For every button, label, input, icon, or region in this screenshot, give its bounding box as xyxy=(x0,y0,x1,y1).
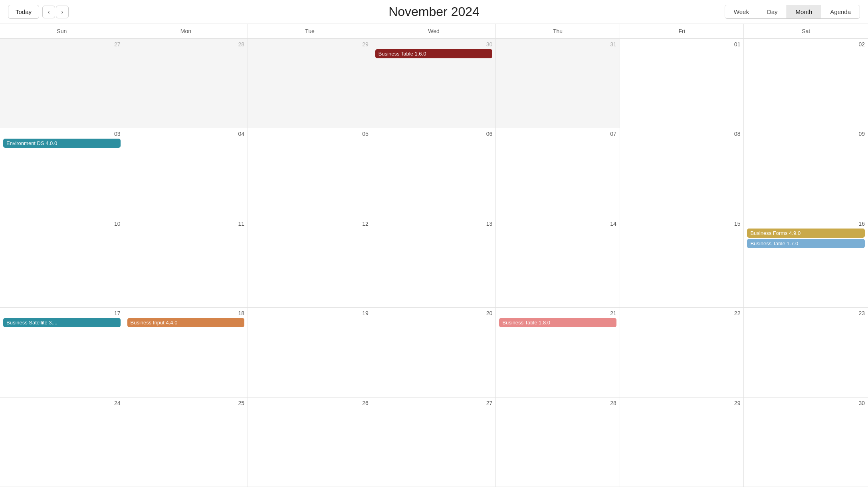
calendar-cell[interactable]: 28 xyxy=(124,39,248,128)
cell-date: 06 xyxy=(375,131,493,137)
prev-button[interactable]: ‹ xyxy=(42,6,55,18)
cell-date: 26 xyxy=(251,400,369,406)
view-selector: WeekDayMonthAgenda xyxy=(725,5,860,19)
cell-date: 31 xyxy=(499,41,616,48)
calendar-cell[interactable]: 29 xyxy=(620,398,744,487)
calendar-cell[interactable]: 28 xyxy=(496,398,620,487)
calendar-cell[interactable]: 13 xyxy=(372,218,496,308)
calendar-event[interactable]: Business Table 1.7.0 xyxy=(747,239,865,248)
cell-date: 01 xyxy=(623,41,741,48)
nav-group: ‹ › xyxy=(42,6,69,18)
next-button[interactable]: › xyxy=(56,6,69,18)
calendar-cell[interactable]: 07 xyxy=(496,128,620,218)
cell-date: 19 xyxy=(251,310,369,316)
cell-date: 29 xyxy=(623,400,741,406)
cell-date: 07 xyxy=(499,131,616,137)
cell-date: 22 xyxy=(623,310,741,316)
calendar-cell[interactable]: 09 xyxy=(744,128,868,218)
calendar-title: November 2024 xyxy=(388,4,480,19)
cell-date: 08 xyxy=(623,131,741,137)
day-header-tue: Tue xyxy=(248,24,372,38)
cell-date: 30 xyxy=(375,41,493,48)
calendar-cell[interactable]: 19 xyxy=(248,308,372,397)
cell-date: 04 xyxy=(127,131,245,137)
cell-date: 14 xyxy=(499,221,616,227)
day-header-sun: Sun xyxy=(0,24,124,38)
calendar-cell[interactable]: 27 xyxy=(372,398,496,487)
cell-date: 29 xyxy=(251,41,369,48)
cell-date: 17 xyxy=(3,310,121,316)
calendar-event[interactable]: Business Satellite 3.... xyxy=(3,318,121,327)
calendar-cell[interactable]: 15 xyxy=(620,218,744,308)
calendar-cell[interactable]: 21Business Table 1.8.0 xyxy=(496,308,620,397)
calendar-cell[interactable]: 22 xyxy=(620,308,744,397)
calendar-cell[interactable]: 26 xyxy=(248,398,372,487)
calendar-cell[interactable]: 04 xyxy=(124,128,248,218)
calendar-cell[interactable]: 31 xyxy=(496,39,620,128)
calendar-cell[interactable]: 06 xyxy=(372,128,496,218)
calendar-cell[interactable]: 30 xyxy=(744,398,868,487)
cell-date: 24 xyxy=(3,400,121,406)
calendar-cell[interactable]: 24 xyxy=(0,398,124,487)
cell-date: 13 xyxy=(375,221,493,227)
calendar-cell[interactable]: 20 xyxy=(372,308,496,397)
view-btn-month[interactable]: Month xyxy=(787,5,822,18)
cell-date: 03 xyxy=(3,131,121,137)
day-header-sat: Sat xyxy=(744,24,868,38)
cell-date: 20 xyxy=(375,310,493,316)
calendar-cell[interactable]: 18Business Input 4.4.0 xyxy=(124,308,248,397)
calendar-cell[interactable]: 17Business Satellite 3.... xyxy=(0,308,124,397)
day-headers: SunMonTueWedThuFriSat xyxy=(0,24,868,39)
today-button[interactable]: Today xyxy=(8,5,39,19)
cell-date: 10 xyxy=(3,221,121,227)
cell-date: 23 xyxy=(747,310,865,316)
cell-date: 02 xyxy=(747,41,865,48)
calendar-event[interactable]: Business Table 1.6.0 xyxy=(375,49,493,58)
view-btn-week[interactable]: Week xyxy=(725,5,758,18)
day-header-mon: Mon xyxy=(124,24,248,38)
view-btn-day[interactable]: Day xyxy=(758,5,787,18)
calendar-cell[interactable]: 14 xyxy=(496,218,620,308)
calendar-cell[interactable]: 16Business Forms 4.9.0Business Table 1.7… xyxy=(744,218,868,308)
cell-date: 27 xyxy=(3,41,121,48)
calendar-cell[interactable]: 25 xyxy=(124,398,248,487)
cell-date: 27 xyxy=(375,400,493,406)
header-controls: Today ‹ › xyxy=(8,5,69,19)
calendar-cell[interactable]: 11 xyxy=(124,218,248,308)
calendar-cell[interactable]: 03Environment DS 4.0.0 xyxy=(0,128,124,218)
calendar-event[interactable]: Environment DS 4.0.0 xyxy=(3,139,121,148)
day-header-thu: Thu xyxy=(496,24,620,38)
cell-date: 28 xyxy=(499,400,616,406)
calendar-cell[interactable]: 08 xyxy=(620,128,744,218)
cell-date: 30 xyxy=(747,400,865,406)
cell-date: 05 xyxy=(251,131,369,137)
calendar-cell[interactable]: 27 xyxy=(0,39,124,128)
cell-date: 16 xyxy=(747,221,865,227)
calendar-event[interactable]: Business Table 1.8.0 xyxy=(499,318,616,327)
cell-date: 12 xyxy=(251,221,369,227)
cell-date: 11 xyxy=(127,221,245,227)
calendar-cell[interactable]: 12 xyxy=(248,218,372,308)
view-btn-agenda[interactable]: Agenda xyxy=(821,5,860,18)
cell-date: 09 xyxy=(747,131,865,137)
calendar-cell[interactable]: 10 xyxy=(0,218,124,308)
calendar-event[interactable]: Business Forms 4.9.0 xyxy=(747,229,865,238)
calendar-cell[interactable]: 23 xyxy=(744,308,868,397)
cell-date: 18 xyxy=(127,310,245,316)
cell-date: 28 xyxy=(127,41,245,48)
day-header-fri: Fri xyxy=(620,24,744,38)
calendar-body: SunMonTueWedThuFriSat 27282930Business T… xyxy=(0,24,868,487)
calendar-cell[interactable]: 29 xyxy=(248,39,372,128)
calendar-cell[interactable]: 30Business Table 1.6.0 xyxy=(372,39,496,128)
cell-date: 21 xyxy=(499,310,616,316)
calendar-event[interactable]: Business Input 4.4.0 xyxy=(127,318,245,327)
calendar-grid: 27282930Business Table 1.6.031010203Envi… xyxy=(0,39,868,487)
cell-date: 25 xyxy=(127,400,245,406)
calendar-cell[interactable]: 05 xyxy=(248,128,372,218)
calendar-cell[interactable]: 02 xyxy=(744,39,868,128)
cell-date: 15 xyxy=(623,221,741,227)
day-header-wed: Wed xyxy=(372,24,496,38)
calendar-header: Today ‹ › November 2024 WeekDayMonthAgen… xyxy=(0,0,868,24)
calendar-cell[interactable]: 01 xyxy=(620,39,744,128)
